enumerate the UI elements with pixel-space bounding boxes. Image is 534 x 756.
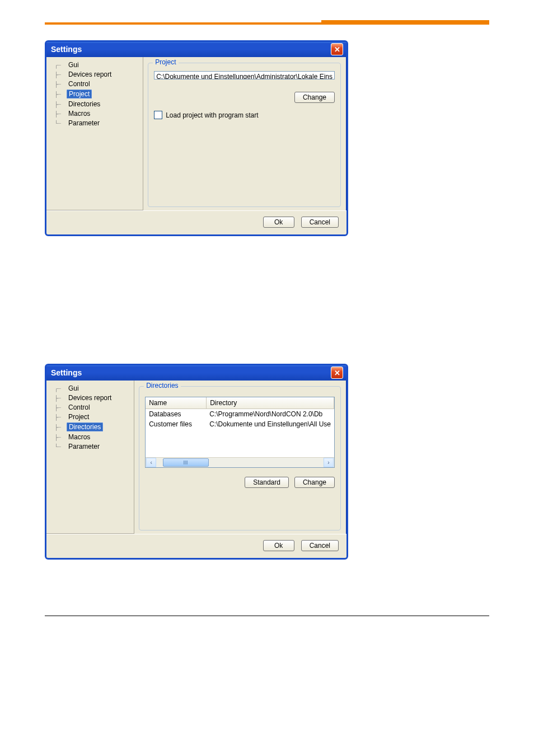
load-on-start-checkbox[interactable] [154, 111, 162, 119]
standard-button[interactable]: Standard [245, 477, 289, 488]
titlebar[interactable]: Settings ✕ [46, 365, 346, 381]
ok-button[interactable]: Ok [263, 540, 294, 551]
close-icon: ✕ [334, 46, 340, 53]
scroll-track[interactable] [156, 458, 324, 467]
col-header-name[interactable]: Name [146, 397, 207, 408]
tree-label: Project [67, 413, 91, 421]
directories-list[interactable]: Name Directory Databases C:\Programme\No… [145, 397, 335, 468]
horizontal-scrollbar[interactable]: ‹ › [146, 457, 334, 467]
tree-connector-icon: ├┈ [54, 91, 64, 97]
button-label: Cancel [310, 542, 330, 550]
tree-connector-icon: ├┈ [54, 101, 64, 107]
change-button[interactable]: Change [294, 92, 335, 103]
tree-item-devices-report[interactable]: ├┈Devices report [53, 70, 140, 79]
tree-item-parameter[interactable]: └┈Parameter [53, 442, 132, 451]
settings-tree[interactable]: ┌┈Gui ├┈Devices report ├┈Control ├┈Proje… [46, 381, 134, 534]
tree-connector-icon: ├┈ [54, 395, 64, 401]
window-title: Settings [51, 45, 82, 54]
groupbox-legend: Directories [144, 382, 180, 389]
project-path-value: C:\Dokumente und Einstellungen\Administr… [156, 73, 332, 79]
tree-label: Devices report [67, 71, 113, 78]
cell-name: Customer files [146, 419, 206, 429]
dialog-button-bar: Ok Cancel [46, 210, 346, 234]
col-header-directory[interactable]: Directory [207, 397, 334, 408]
ok-button[interactable]: Ok [263, 217, 294, 228]
page-accent-rule [45, 22, 489, 25]
tree-item-macros[interactable]: ├┈Macros [53, 433, 132, 442]
button-label: Standard [253, 478, 280, 486]
scroll-thumb[interactable] [163, 458, 209, 467]
page-footer-rule [45, 616, 489, 616]
checkbox-label: Load project with program start [166, 111, 258, 119]
settings-dialog-directories: Settings ✕ ┌┈Gui ├┈Devices report ├┈Cont… [45, 364, 348, 560]
close-button[interactable]: ✕ [331, 43, 343, 55]
cell-directory: C:\Dokumente und Einstellungen\All Use [206, 419, 334, 429]
cell-directory: C:\Programme\Nord\NordCON 2.0\Db [206, 409, 334, 419]
tree-label: Parameter [67, 443, 101, 450]
tree-item-parameter[interactable]: └┈Parameter [53, 119, 140, 128]
tree-item-gui[interactable]: ┌┈Gui [53, 60, 140, 69]
cancel-button[interactable]: Cancel [301, 217, 339, 228]
settings-tree[interactable]: ┌┈Gui ├┈Devices report ├┈Control ├┈Proje… [46, 57, 143, 210]
tree-connector-icon: └┈ [54, 444, 64, 450]
project-path-input[interactable]: C:\Dokumente und Einstellungen\Administr… [154, 71, 335, 79]
tree-connector-icon: ┌┈ [54, 62, 64, 68]
tree-item-devices-report[interactable]: ├┈Devices report [53, 393, 132, 402]
tree-item-control[interactable]: ├┈Control [53, 79, 140, 88]
tree-connector-icon: ┌┈ [54, 386, 64, 392]
groupbox-legend: Project [153, 58, 178, 66]
scroll-right-button[interactable]: › [324, 458, 334, 467]
tree-label: Macros [67, 433, 92, 441]
tree-label: Control [67, 80, 92, 88]
tree-label: Devices report [67, 394, 113, 402]
close-button[interactable]: ✕ [331, 367, 343, 379]
tree-label: Control [67, 403, 92, 411]
tree-item-macros[interactable]: ├┈Macros [53, 109, 140, 118]
directories-groupbox: Directories Name Directory Databases C:\… [139, 386, 341, 530]
tree-item-control[interactable]: ├┈Control [53, 403, 132, 412]
tree-connector-icon: ├┈ [54, 111, 64, 117]
button-label: Change [303, 478, 326, 486]
tree-connector-icon: ├┈ [54, 414, 64, 420]
tree-connector-icon: ├┈ [54, 434, 64, 440]
tree-label: Macros [67, 110, 92, 118]
window-title: Settings [51, 368, 82, 377]
tree-connector-icon: ├┈ [54, 405, 64, 411]
tree-label: Gui [67, 61, 81, 69]
tree-label: Parameter [67, 119, 101, 127]
tree-connector-icon: ├┈ [54, 72, 64, 78]
project-groupbox: Project C:\Dokumente und Einstellungen\A… [148, 63, 341, 207]
tree-connector-icon: ├┈ [54, 81, 64, 87]
list-header[interactable]: Name Directory [146, 397, 334, 409]
button-label: Ok [274, 542, 283, 550]
tree-item-project[interactable]: ├┈Project [53, 89, 140, 99]
titlebar[interactable]: Settings ✕ [46, 42, 346, 57]
button-label: Cancel [310, 218, 330, 226]
cell-name: Databases [146, 409, 206, 419]
tree-connector-icon: └┈ [54, 120, 64, 126]
scroll-left-button[interactable]: ‹ [146, 458, 156, 467]
tree-label: Project [67, 90, 92, 98]
tree-label: Directories [67, 100, 102, 108]
list-row[interactable]: Databases C:\Programme\Nord\NordCON 2.0\… [146, 409, 334, 419]
list-body: Databases C:\Programme\Nord\NordCON 2.0\… [146, 409, 334, 457]
dialog-button-bar: Ok Cancel [46, 534, 346, 558]
button-label: Change [303, 93, 326, 101]
tree-label: Directories [67, 422, 103, 431]
tree-item-directories[interactable]: ├┈Directories [53, 100, 140, 109]
tree-item-gui[interactable]: ┌┈Gui [53, 384, 132, 393]
tree-item-project[interactable]: ├┈Project [53, 412, 132, 421]
tree-label: Gui [67, 384, 81, 392]
chevron-right-icon: › [327, 459, 329, 466]
tree-connector-icon: ├┈ [54, 424, 64, 430]
cancel-button[interactable]: Cancel [301, 540, 339, 551]
change-button[interactable]: Change [294, 477, 335, 488]
button-label: Ok [274, 218, 283, 226]
close-icon: ✕ [334, 369, 340, 377]
chevron-left-icon: ‹ [151, 459, 152, 466]
list-row[interactable]: Customer files C:\Dokumente und Einstell… [146, 419, 334, 429]
settings-dialog-project: Settings ✕ ┌┈Gui ├┈Devices report ├┈Cont… [45, 40, 348, 236]
tree-item-directories[interactable]: ├┈Directories [53, 422, 132, 432]
